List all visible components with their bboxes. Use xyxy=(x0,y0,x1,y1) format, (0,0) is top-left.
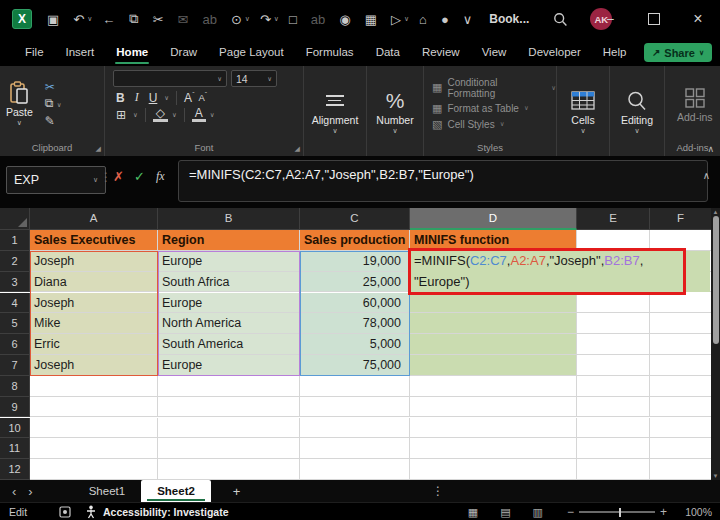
cell-B1[interactable]: Region xyxy=(158,230,300,251)
bold-button[interactable]: B xyxy=(113,91,128,105)
record-icon[interactable]: ● xyxy=(434,10,456,29)
cells-button[interactable]: Cells ∨ xyxy=(565,66,601,156)
cell-A5[interactable]: Mike xyxy=(30,313,158,334)
cell-E7[interactable] xyxy=(577,355,650,376)
sheet-menu-icon[interactable]: ⋮ xyxy=(432,484,444,498)
alignment-button[interactable]: Alignment ∨ xyxy=(306,66,365,156)
undo-dropdown-icon[interactable]: ∨ xyxy=(87,15,92,23)
clipboard-dialog-launcher-icon[interactable]: ◢ xyxy=(96,145,101,153)
cell-C10[interactable] xyxy=(300,418,410,439)
increase-font-size-button[interactable]: Aˆ xyxy=(184,91,194,105)
cell-D1[interactable]: MINIFS function xyxy=(410,230,577,251)
select-all-corner[interactable] xyxy=(0,208,30,230)
cell-F5[interactable] xyxy=(650,313,712,334)
fill-color-button[interactable]: ◇ xyxy=(153,108,168,122)
font-dialog-launcher-icon[interactable]: ◢ xyxy=(295,145,300,153)
cell-A10[interactable] xyxy=(30,418,158,439)
cell-E10[interactable] xyxy=(577,418,650,439)
macro-record-icon[interactable] xyxy=(59,506,71,518)
strikethrough-icon[interactable]: ab xyxy=(304,10,332,29)
search-icon[interactable] xyxy=(553,12,568,27)
cell-D8[interactable] xyxy=(410,376,577,397)
sheet-tab-sheet1[interactable]: Sheet1 xyxy=(73,480,141,502)
column-header-B[interactable]: B xyxy=(158,208,300,230)
cell-A9[interactable] xyxy=(30,397,158,418)
cell-B2[interactable]: Europe xyxy=(158,251,300,272)
touch-mode-dropdown-icon[interactable]: ∨ xyxy=(245,15,250,23)
cell-B5[interactable]: North America xyxy=(158,313,300,334)
row-header-1[interactable]: 1 xyxy=(0,230,30,251)
cell-A4[interactable]: Joseph xyxy=(30,293,158,314)
cell-styles-button[interactable]: ▧ Cell Styles ∨ xyxy=(432,118,556,131)
tab-review[interactable]: Review xyxy=(411,41,471,63)
next-sheet-icon[interactable]: › xyxy=(28,484,44,499)
camera-icon[interactable]: ◉ xyxy=(332,10,357,29)
cell-B3[interactable]: South Africa xyxy=(158,272,300,293)
column-header-A[interactable]: A xyxy=(30,208,158,230)
accessibility-status[interactable]: Accessibility: Investigate xyxy=(103,506,228,518)
tab-home[interactable]: Home xyxy=(105,41,159,63)
add-sheet-button[interactable]: + xyxy=(211,484,263,499)
cell-E6[interactable] xyxy=(577,334,650,355)
cell-C11[interactable] xyxy=(300,438,410,459)
cell-C1[interactable]: Sales production xyxy=(300,230,410,251)
tab-page-layout[interactable]: Page Layout xyxy=(208,41,295,63)
cell-F12[interactable] xyxy=(650,459,712,480)
zoom-in-icon[interactable]: + xyxy=(655,505,672,519)
vertical-scroll-thumb[interactable] xyxy=(713,216,719,344)
new-file-icon[interactable]: □ xyxy=(282,10,304,29)
cut-icon[interactable]: ✂ xyxy=(146,10,171,29)
italic-button[interactable]: I xyxy=(132,90,142,105)
cell-C7[interactable]: 75,000 xyxy=(300,355,410,376)
accessibility-icon[interactable] xyxy=(85,505,97,519)
tab-help[interactable]: Help xyxy=(592,41,638,63)
paste-button[interactable]: Paste ∨ xyxy=(0,66,39,141)
font-size-select[interactable]: 14∨ xyxy=(231,70,277,87)
column-header-D[interactable]: D xyxy=(410,208,577,230)
cell-E5[interactable] xyxy=(577,313,650,334)
confirm-entry-button[interactable]: ✓ xyxy=(134,169,145,184)
format-as-table-button[interactable]: ▦ Format as Table ∨ xyxy=(432,102,556,115)
cell-D10[interactable] xyxy=(410,418,577,439)
normal-view-icon[interactable]: ▦ xyxy=(457,506,489,519)
page-layout-view-icon[interactable]: ▤ xyxy=(489,506,521,519)
cell-D7[interactable] xyxy=(410,355,577,376)
cell-E4[interactable] xyxy=(577,293,650,314)
qat-overflow-icon[interactable]: ∨ xyxy=(456,10,480,29)
cell-F4[interactable] xyxy=(650,293,712,314)
number-button[interactable]: % Number ∨ xyxy=(370,66,419,156)
cell-B12[interactable] xyxy=(158,459,300,480)
spelling-icon[interactable]: ab xyxy=(195,10,223,29)
row-header-11[interactable]: 11 xyxy=(0,438,30,459)
cell-D6[interactable] xyxy=(410,334,577,355)
font-name-select[interactable]: ∨ xyxy=(113,70,227,87)
cell-C9[interactable] xyxy=(300,397,410,418)
editing-button[interactable]: Editing ∨ xyxy=(615,66,659,156)
column-header-C[interactable]: C xyxy=(300,208,410,230)
zoom-slider-thumb[interactable] xyxy=(619,508,622,517)
zoom-slider[interactable] xyxy=(579,511,655,513)
font-color-button[interactable]: A xyxy=(192,108,206,122)
minimize-button[interactable]: − xyxy=(588,0,632,38)
cell-E11[interactable] xyxy=(577,438,650,459)
copy-icon[interactable]: ⧉ xyxy=(122,9,145,29)
cell-F9[interactable] xyxy=(650,397,712,418)
chevron-down-icon[interactable]: ∨ xyxy=(210,111,215,119)
cell-F10[interactable] xyxy=(650,418,712,439)
cell-A8[interactable] xyxy=(30,376,158,397)
tab-developer[interactable]: Developer xyxy=(517,41,591,63)
row-header-5[interactable]: 5 xyxy=(0,313,30,334)
cell-F11[interactable] xyxy=(650,438,712,459)
cell-C6[interactable]: 5,000 xyxy=(300,334,410,355)
cell-A3[interactable]: Diana xyxy=(30,272,158,293)
page-break-view-icon[interactable]: ▥ xyxy=(522,506,554,519)
cell-A11[interactable] xyxy=(30,438,158,459)
tab-insert[interactable]: Insert xyxy=(55,41,106,63)
share-button[interactable]: ↗ Share ∨ xyxy=(644,43,712,62)
row-header-8[interactable]: 8 xyxy=(0,376,30,397)
table-search-icon[interactable]: ▦ xyxy=(358,10,384,29)
cell-C8[interactable] xyxy=(300,376,410,397)
cell-E1[interactable] xyxy=(577,230,650,251)
formula-input[interactable]: =MINIFS(C2:C7,A2:A7,"Joseph",B2:B7,"Euro… xyxy=(178,160,708,202)
vertical-scrollbar[interactable]: ▲ ▼ xyxy=(711,208,720,480)
